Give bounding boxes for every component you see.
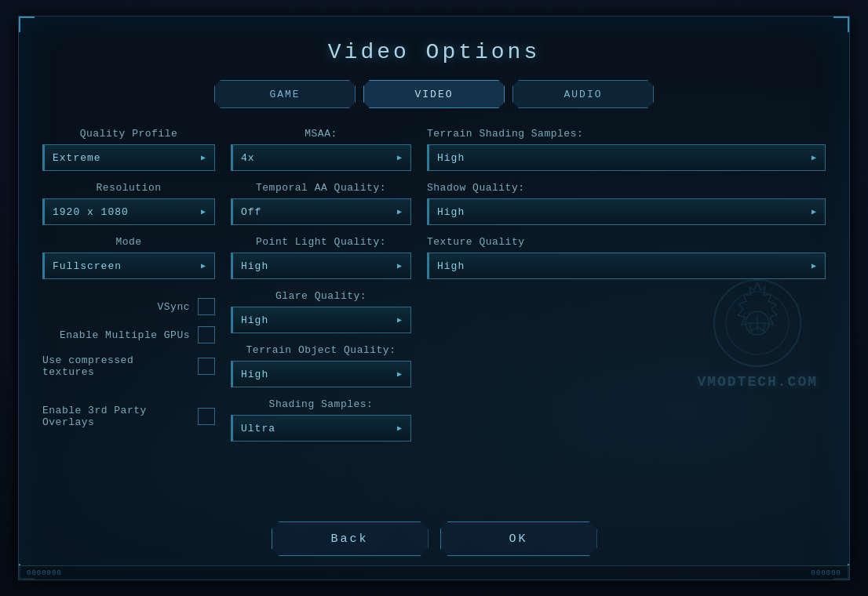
multiple-gpus-row: Enable Multiple GPUs	[42, 326, 215, 343]
compressed-textures-label: Use compressed textures	[42, 354, 190, 378]
emblem-icon	[710, 276, 804, 370]
shading-samples-value: Ultra	[241, 423, 275, 434]
point-light-value: High	[241, 260, 268, 272]
terrain-shading-label: Terrain Shading Samples:	[427, 128, 826, 140]
main-window: Video Options GAME VIDEO AUDIO Quality P…	[18, 16, 850, 580]
glare-quality-dropdown[interactable]: High	[231, 307, 411, 333]
right-column: Terrain Shading Samples: High Shadow Qua…	[427, 128, 826, 452]
tabs-row: GAME VIDEO AUDIO	[19, 80, 849, 108]
multiple-gpus-checkbox[interactable]	[198, 326, 215, 343]
back-button[interactable]: Back	[272, 522, 429, 556]
msaa-label: MSAA:	[231, 128, 411, 140]
quality-profile-value: Extreme	[53, 152, 101, 164]
mode-label: Mode	[42, 236, 215, 248]
multiple-gpus-label: Enable Multiple GPUs	[60, 329, 190, 341]
tab-game[interactable]: GAME	[214, 80, 356, 108]
shadow-quality-value: High	[437, 206, 465, 218]
content-area: Quality Profile Extreme Resolution 1920 …	[19, 128, 849, 452]
vsync-row: VSync	[42, 298, 215, 315]
middle-column: MSAA: 4x Temporal AA Quality: Off Point …	[231, 128, 411, 452]
point-light-label: Point Light Quality:	[231, 236, 411, 248]
shading-samples-dropdown[interactable]: Ultra	[231, 415, 411, 442]
status-left: 0000000	[27, 569, 62, 577]
svg-point-0	[714, 280, 801, 366]
status-right: 000000	[811, 569, 841, 577]
point-light-dropdown[interactable]: High	[231, 253, 411, 279]
texture-quality-dropdown[interactable]: High	[427, 253, 826, 279]
shadow-quality-dropdown[interactable]: High	[427, 198, 826, 225]
resolution-dropdown[interactable]: 1920 x 1080	[42, 198, 215, 225]
watermark-text: VMODTECH.COM	[697, 374, 818, 390]
page-title: Video Options	[19, 16, 849, 80]
quality-profile-dropdown[interactable]: Extreme	[42, 144, 215, 171]
watermark: VMODTECH.COM	[697, 276, 818, 390]
vsync-checkbox[interactable]	[198, 298, 215, 315]
svg-marker-2	[738, 282, 777, 331]
terrain-object-value: High	[241, 369, 268, 380]
temporal-aa-value: Off	[241, 206, 261, 218]
left-column: Quality Profile Extreme Resolution 1920 …	[42, 128, 215, 452]
tab-video[interactable]: VIDEO	[363, 80, 505, 108]
quality-profile-label: Quality Profile	[42, 128, 215, 140]
third-party-overlays-checkbox[interactable]	[198, 408, 215, 425]
terrain-shading-value: High	[437, 152, 465, 164]
terrain-object-dropdown[interactable]: High	[231, 361, 411, 387]
glare-quality-label: Glare Quality:	[231, 290, 411, 302]
temporal-aa-label: Temporal AA Quality:	[231, 182, 411, 194]
vsync-label: VSync	[157, 301, 190, 313]
compressed-textures-row: Use compressed textures	[42, 354, 215, 378]
msaa-value: 4x	[241, 152, 255, 164]
glare-quality-value: High	[241, 314, 268, 326]
svg-point-3	[746, 311, 769, 335]
resolution-label: Resolution	[42, 182, 215, 194]
terrain-object-label: Terrain Object Quality:	[231, 344, 411, 356]
texture-quality-value: High	[437, 260, 465, 272]
tab-audio[interactable]: AUDIO	[512, 80, 654, 108]
texture-quality-label: Texture Quality	[427, 236, 826, 248]
resolution-value: 1920 x 1080	[53, 206, 129, 218]
terrain-shading-dropdown[interactable]: High	[427, 144, 826, 171]
mode-dropdown[interactable]: Fullscreen	[42, 253, 215, 279]
shadow-quality-label: Shadow Quality:	[427, 182, 826, 194]
status-bar: 0000000 000000	[19, 565, 849, 580]
temporal-aa-dropdown[interactable]: Off	[231, 198, 411, 225]
shading-samples-label: Shading Samples:	[231, 398, 411, 410]
third-party-overlays-row: Enable 3rd Party Overlays	[42, 405, 215, 428]
third-party-overlays-label: Enable 3rd Party Overlays	[42, 405, 190, 428]
msaa-dropdown[interactable]: 4x	[231, 144, 411, 171]
mode-value: Fullscreen	[53, 260, 122, 272]
svg-point-1	[726, 292, 789, 354]
bottom-buttons: Back OK	[238, 522, 630, 556]
compressed-textures-checkbox[interactable]	[198, 358, 215, 375]
ok-button[interactable]: OK	[440, 522, 597, 556]
